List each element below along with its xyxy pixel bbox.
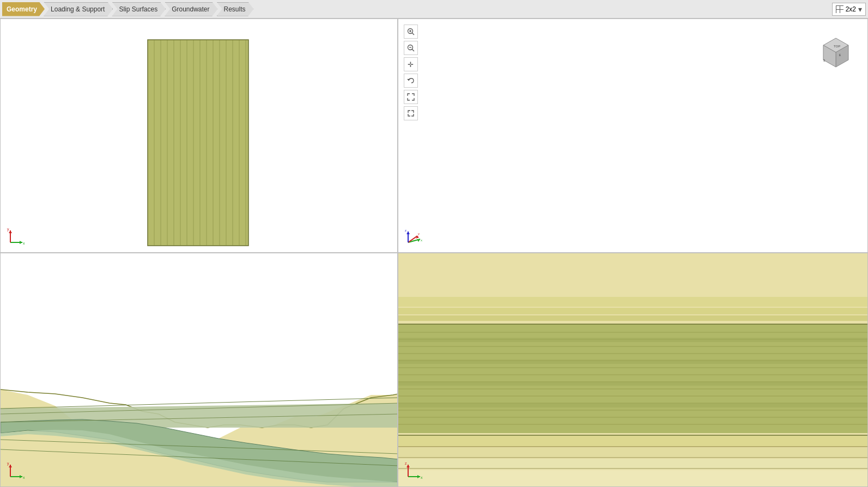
view-dropdown-btn[interactable]: ▾ [858, 5, 862, 13]
app-header: Geometry Loading & Support Slip Surfaces… [0, 0, 868, 19]
svg-rect-111 [398, 381, 868, 386]
svg-text:x: x [23, 476, 25, 479]
svg-marker-54 [407, 79, 410, 81]
tab-geometry[interactable]: Geometry [2, 2, 45, 16]
svg-rect-114 [398, 448, 868, 458]
svg-text:x: x [23, 241, 25, 245]
tab-bar: Geometry Loading & Support Slip Surfaces… [2, 0, 253, 18]
svg-marker-66 [406, 232, 410, 234]
tab-loading-label: Loading & Support [51, 5, 105, 13]
svg-rect-91 [398, 297, 868, 307]
svg-marker-123 [417, 475, 420, 478]
pan-btn[interactable]: ✛ [404, 57, 418, 71]
svg-rect-93 [398, 315, 868, 321]
svg-marker-125 [406, 465, 410, 467]
svg-text:x: x [421, 476, 423, 479]
svg-rect-1 [148, 40, 248, 246]
view-label: 2x2 [846, 5, 856, 13]
tab-groundwater-label: Groundwater [172, 5, 209, 13]
tab-loading[interactable]: Loading & Support [44, 2, 113, 16]
tab-results[interactable]: Results [217, 2, 254, 16]
svg-marker-18 [20, 241, 22, 244]
undo-btn[interactable] [404, 74, 418, 88]
grid-icon [836, 5, 843, 13]
svg-text:TOP: TOP [834, 45, 840, 48]
tab-geometry-label: Geometry [7, 5, 37, 13]
viewport-front[interactable]: x y [0, 19, 398, 253]
viewport-3d[interactable]: ✛ [398, 19, 868, 253]
nav-cube[interactable]: TOP E S [818, 35, 851, 68]
svg-marker-81 [20, 475, 22, 478]
svg-rect-116 [398, 470, 868, 487]
svg-rect-23 [398, 19, 868, 253]
svg-rect-113 [398, 436, 868, 447]
axis-indicator-vp2: x y z [404, 225, 426, 247]
axis-indicator-vp1: x y [6, 225, 28, 247]
tab-groundwater[interactable]: Groundwater [165, 2, 217, 16]
vp2-toolbar: ✛ [404, 25, 418, 120]
svg-text:y: y [7, 227, 9, 232]
svg-line-49 [412, 33, 414, 35]
axis-indicator-vp4: x z [404, 459, 426, 481]
viewport-top[interactable]: x z [398, 253, 868, 487]
svg-marker-20 [9, 230, 12, 233]
zoom-out-btn[interactable] [404, 41, 418, 55]
svg-rect-112 [398, 403, 868, 407]
viewport-grid: x y [0, 19, 868, 487]
svg-text:✛: ✛ [408, 60, 414, 68]
fit-all-btn[interactable] [404, 90, 418, 104]
svg-rect-115 [398, 459, 868, 470]
svg-rect-109 [398, 338, 868, 342]
svg-text:y: y [7, 461, 9, 466]
svg-text:y: y [418, 232, 420, 235]
tab-slip[interactable]: Slip Surfaces [112, 2, 166, 16]
viewport-side[interactable]: x y [0, 253, 398, 487]
svg-line-52 [412, 49, 414, 51]
svg-marker-62 [417, 239, 420, 242]
view-selector[interactable]: 2x2 ▾ [832, 3, 866, 16]
svg-text:z: z [405, 229, 406, 232]
svg-rect-110 [398, 360, 868, 364]
svg-text:x: x [421, 239, 422, 242]
svg-rect-92 [398, 308, 868, 314]
tab-slip-label: Slip Surfaces [119, 5, 157, 13]
svg-text:z: z [405, 461, 407, 465]
axis-indicator-vp3: x y [6, 459, 28, 481]
zoom-in-btn[interactable] [404, 25, 418, 39]
svg-marker-83 [9, 465, 12, 467]
tab-results-label: Results [224, 5, 246, 13]
fit-selection-btn[interactable] [404, 106, 418, 120]
